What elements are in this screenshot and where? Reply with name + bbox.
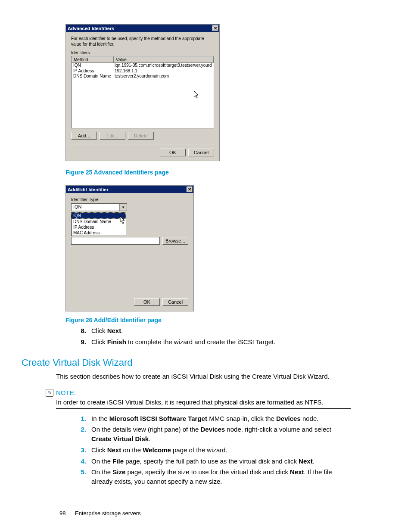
- identifier-type-label: Identifier Type:: [71, 197, 188, 202]
- dialog-title: Advanced Identifiers: [68, 26, 114, 31]
- list-item: 3.Click Next on the Welcome page of the …: [69, 445, 351, 455]
- list-item: 1.In the Microsoft iSCSI Software Target…: [69, 414, 351, 423]
- step-number: 3.: [69, 445, 91, 455]
- combo-selected: IQN: [72, 204, 119, 211]
- cancel-button[interactable]: Cancel: [162, 298, 188, 306]
- table-row[interactable]: IP Address 192.168.1.1: [72, 68, 214, 74]
- close-icon[interactable]: ✕: [187, 187, 193, 192]
- table-row[interactable]: IQN iqn.1991-05.com.microsoft:target3.te…: [72, 63, 214, 68]
- step-text: On the Size page, specify the size to us…: [91, 467, 351, 486]
- list-item: 8. Click Next.: [69, 326, 351, 336]
- dropdown-option[interactable]: MAC Address: [72, 230, 126, 236]
- step-text: Click Next.: [91, 326, 351, 336]
- page-footer: 98 Enterprise storage servers: [59, 510, 141, 516]
- note-icon: ✎: [46, 389, 53, 397]
- close-icon[interactable]: ✕: [212, 25, 218, 31]
- list-item: 5.On the Size page, specify the size to …: [69, 467, 351, 486]
- dialog-titlebar: Advanced Identifiers ✕: [66, 25, 219, 32]
- section-intro: This section describes how to create an …: [56, 372, 351, 381]
- list-item: 4.On the File page, specify the full pat…: [69, 457, 351, 466]
- edit-button[interactable]: Edit...: [100, 132, 125, 140]
- step-number: 2.: [69, 425, 91, 444]
- dialog-instruction: For each identifier to be used, specify …: [71, 36, 214, 47]
- ok-button[interactable]: OK: [160, 149, 186, 156]
- note-block: ✎ NOTE: In order to create iSCSI Virtual…: [56, 387, 351, 409]
- step-number: 9.: [69, 337, 91, 347]
- steps-list-a: 8. Click Next. 9. Click Finish to comple…: [69, 326, 351, 347]
- cell-value: iqn.1991-05.com.microsoft:target3.testse…: [115, 63, 212, 68]
- step-number: 5.: [69, 467, 91, 486]
- list-item: 9. Click Finish to complete the wizard a…: [69, 337, 351, 347]
- page-number: 98: [59, 510, 65, 516]
- identifier-type-dropdown[interactable]: IQN DNS Domain Name IP Address MAC Addre…: [71, 212, 126, 236]
- column-header-value[interactable]: Value: [114, 56, 214, 63]
- cursor-icon: [120, 216, 125, 223]
- cell-value: testserver2.yourdomain.com: [115, 74, 212, 79]
- add-edit-identifier-dialog: Add/Edit Identifier ✕ Identifier Type: I…: [65, 185, 194, 311]
- cursor-icon: [194, 91, 199, 98]
- dialog-titlebar: Add/Edit Identifier ✕: [66, 186, 193, 193]
- step-number: 4.: [69, 457, 91, 466]
- steps-list-b: 1.In the Microsoft iSCSI Software Target…: [69, 414, 351, 486]
- dialog-title: Add/Edit Identifier: [68, 187, 109, 192]
- figure-caption-26: Figure 26 Add/Edit Identifier page: [65, 317, 351, 324]
- cell-method: DNS Domain Name: [73, 74, 115, 79]
- cell-method: IP Address: [73, 68, 115, 74]
- identifiers-label: Identifiers:: [71, 50, 214, 55]
- ok-button[interactable]: OK: [134, 298, 160, 306]
- dropdown-option[interactable]: IQN: [72, 212, 126, 219]
- table-row[interactable]: DNS Domain Name testserver2.yourdomain.c…: [72, 74, 214, 79]
- column-header-method[interactable]: Method: [72, 56, 114, 63]
- dropdown-option[interactable]: DNS Domain Name: [72, 219, 126, 224]
- cell-value: 192.168.1.1: [115, 68, 212, 74]
- step-number: 1.: [69, 414, 91, 423]
- list-item: 2.On the details view (right pane) of th…: [69, 425, 351, 444]
- cell-method: IQN: [73, 63, 115, 68]
- dropdown-option[interactable]: IP Address: [72, 224, 126, 230]
- step-text: In the Microsoft iSCSI Software Target M…: [91, 414, 351, 423]
- chevron-down-icon[interactable]: ▼: [119, 204, 127, 211]
- step-text: Click Finish to complete the wizard and …: [91, 337, 351, 347]
- step-text: Click Next on the Welcome page of the wi…: [91, 445, 351, 455]
- add-button[interactable]: Add...: [71, 132, 97, 140]
- note-text: In order to create iSCSI Virtual Disks, …: [56, 398, 351, 406]
- identifier-value-input[interactable]: [71, 237, 160, 245]
- section-heading: Create Virtual Disk Wizard: [22, 357, 351, 368]
- footer-title: Enterprise storage servers: [75, 510, 140, 516]
- figure-caption-25: Figure 25 Advanced Identifiers page: [65, 169, 351, 176]
- browse-button[interactable]: Browse...: [162, 237, 188, 245]
- identifiers-listview[interactable]: Method Value IQN iqn.1991-05.com.microso…: [71, 56, 214, 128]
- identifier-type-combo[interactable]: IQN ▼: [71, 203, 127, 211]
- cancel-button[interactable]: Cancel: [188, 149, 214, 156]
- note-title: NOTE:: [56, 389, 76, 396]
- step-text: On the details view (right pane) of the …: [91, 425, 351, 444]
- delete-button[interactable]: Delete: [128, 132, 154, 140]
- advanced-identifiers-dialog: Advanced Identifiers ✕ For each identifi…: [65, 24, 220, 161]
- step-number: 8.: [69, 326, 91, 336]
- step-text: On the File page, specify the full path …: [91, 457, 351, 466]
